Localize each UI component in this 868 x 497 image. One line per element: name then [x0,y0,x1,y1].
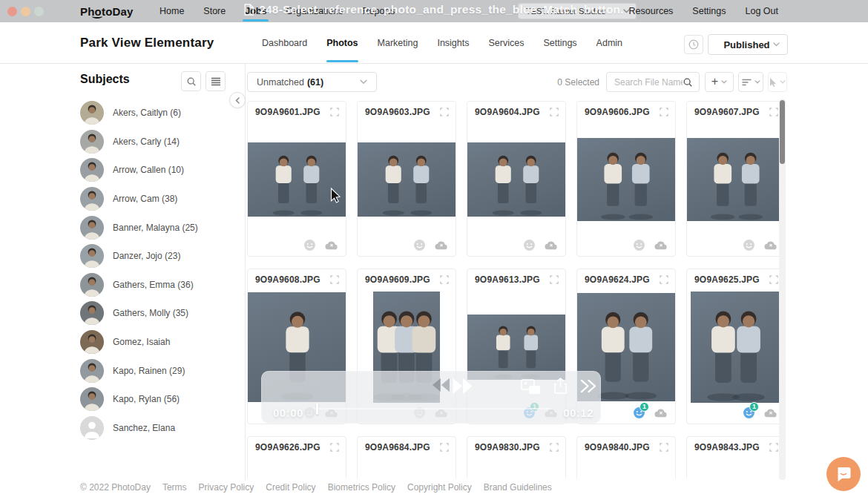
subject-row-akers-carly[interactable]: Akers, Carly (14) [80,128,240,157]
chat-bubble-button[interactable] [826,457,861,491]
nav-item-store[interactable]: Store [194,0,235,22]
share-button[interactable] [553,378,568,395]
video-player-overlay[interactable]: 00:00 00:12 [261,371,601,424]
rewind-button[interactable] [430,377,451,393]
expand-button[interactable] [769,274,779,285]
add-photos-button[interactable]: + [705,72,734,92]
expand-button[interactable] [659,442,669,452]
expand-button[interactable] [659,107,669,117]
tab-marketing[interactable]: Marketing [368,22,428,64]
expand-button[interactable] [549,274,559,285]
footer-link-copyright-policy[interactable]: Copyright Policy [407,482,472,493]
subject-row-arrow-callen[interactable]: Arrow, Callen (10) [80,156,240,185]
subject-row-gathers-molly[interactable]: Gathers, Molly (35) [80,299,240,328]
subject-row-akers-caitlyn[interactable]: Akers, Caitlyn (6) [80,99,240,128]
expand-button[interactable] [549,107,559,117]
tab-settings[interactable]: Settings [533,22,586,64]
footer-link-credit-policy[interactable]: Credit Policy [266,482,315,493]
expand-button[interactable] [659,274,669,285]
photo-card[interactable]: 9O9A9607.JPG [686,101,786,257]
player-progress-track[interactable] [315,408,552,409]
nav-item-resources[interactable]: Resources [619,6,683,16]
face-match-icon[interactable]: 1 [633,407,645,419]
file-search-box[interactable] [606,72,700,92]
nav-item-jobs[interactable]: Jobs [235,0,276,22]
subject-row-kapo-rylan[interactable]: Kapo, Rylan (56) [80,385,240,414]
photo-card[interactable]: 9O9A9603.JPG [357,101,456,257]
footer-link-terms[interactable]: Terms [162,482,187,493]
expand-button[interactable] [329,274,340,285]
cloud-icon[interactable] [764,408,777,418]
photo-card[interactable]: 9O9A9840.JPG [576,436,676,478]
expand-button[interactable] [439,274,450,285]
subjects-list-view-button[interactable] [206,71,226,91]
cloud-icon[interactable] [325,240,338,250]
expand-button[interactable] [329,442,340,452]
cloud-icon[interactable] [545,240,558,250]
cloud-icon[interactable] [654,240,668,250]
photoday-logo[interactable]: PhotoDay [80,0,134,22]
face-icon[interactable] [413,239,426,251]
history-clock-button[interactable] [684,35,703,54]
photo-card[interactable]: 9O9A9830.JPG [467,436,566,478]
face-icon[interactable] [743,239,755,251]
skip-forward-button[interactable] [579,378,597,394]
nav-item-settings[interactable]: Settings [683,6,735,16]
photo-thumbnail[interactable] [467,142,565,217]
nav-item-log-out[interactable]: Log Out [736,6,788,16]
face-icon[interactable] [633,239,645,251]
photo-thumbnail[interactable] [577,138,675,221]
cloud-icon[interactable] [764,240,777,250]
window-zoom-icon[interactable] [34,7,44,16]
photo-thumbnail[interactable] [467,315,565,380]
face-icon[interactable] [523,239,536,251]
photo-card[interactable]: 9O9A9606.JPG [576,101,676,257]
photo-card[interactable]: 9O9A9843.JPG [686,436,786,478]
picture-in-picture-button[interactable] [521,379,541,395]
expand-button[interactable] [439,107,450,117]
photo-card[interactable]: 9O9A9684.JPG [357,436,456,478]
photo-card[interactable]: 9O9A9626.JPG [247,436,346,478]
subject-row-arrow-cam[interactable]: Arrow, Cam (38) [80,185,240,214]
face-match-icon[interactable]: 1 [743,407,755,419]
file-search-input[interactable] [614,77,683,88]
nav-item-reports[interactable]: Reports [353,0,405,22]
tab-dashboard[interactable]: Dashboard [252,22,317,64]
tab-insights[interactable]: Insights [427,22,479,64]
photo-card[interactable]: 9O9A9601.JPG [247,101,346,257]
footer-link-brand-guidelines[interactable]: Brand Guidelines [484,482,552,493]
cloud-icon[interactable] [435,240,448,250]
subject-row-sanchez-elana[interactable]: Sanchez, Elana [80,414,240,443]
footer-link-privacy-policy[interactable]: Privacy Policy [199,482,254,493]
sidebar-collapse-button[interactable] [229,92,246,108]
fast-forward-button[interactable] [451,377,475,395]
sort-button[interactable] [738,72,763,92]
photo-card[interactable]: 9O9A9625.JPG1 [686,269,786,424]
publish-status-select[interactable]: Published [708,34,788,55]
expand-button[interactable] [329,107,340,117]
window-minimize-icon[interactable] [21,7,30,16]
face-icon[interactable] [303,239,316,251]
player-playhead[interactable] [316,403,318,415]
footer-link-biometrics-policy[interactable]: Biometrics Policy [328,482,395,493]
window-close-icon[interactable] [7,7,17,16]
cloud-icon[interactable] [654,408,668,418]
subject-row-kapo-rainen[interactable]: Kapo, Rainen (29) [80,356,240,385]
select-mode-button[interactable] [768,72,787,92]
photo-filter-select[interactable]: Unmatched (61) [247,72,377,92]
tab-photos[interactable]: Photos [317,22,367,64]
expand-button[interactable] [439,442,450,452]
subject-row-gathers-emma[interactable]: Gathers, Emma (36) [80,271,240,300]
subject-row-gomez-isaiah[interactable]: Gomez, Isaiah [80,328,240,357]
photo-thumbnail[interactable] [248,142,346,217]
expand-button[interactable] [769,107,779,117]
grid-scrollbar-track[interactable] [779,99,786,480]
photo-thumbnail[interactable] [691,292,781,403]
nav-item-home[interactable]: Home [150,0,194,22]
tab-admin[interactable]: Admin [587,22,632,64]
nav-item-organizations[interactable]: Organizations [276,0,352,22]
photo-card[interactable]: 9O9A9604.JPG [467,101,566,257]
expand-button[interactable] [549,442,559,452]
subject-row-banner-malayna[interactable]: Banner, Malayna (25) [80,213,240,242]
subjects-search-button[interactable] [181,71,201,91]
